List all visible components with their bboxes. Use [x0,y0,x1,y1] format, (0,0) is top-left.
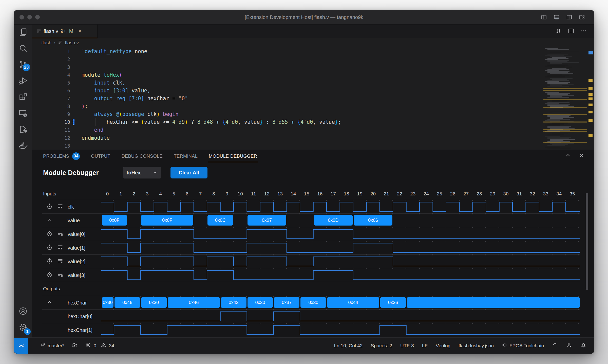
signal-wave [101,323,580,337]
minimize-window-button[interactable] [27,15,32,19]
code-editor[interactable]: 1`default_nettype none234module toHex(5 … [32,47,594,150]
code-line: 2 [32,55,594,63]
timeline-tick: 5 [173,191,175,197]
accounts-button[interactable] [14,304,32,320]
minimap-highlight [543,131,587,132]
tab-close-icon[interactable]: × [78,28,81,34]
set-values-icon[interactable] [57,271,63,279]
toggle-panel-icon[interactable] [554,14,560,20]
waveform-header: Inputs0123456789101112131415161718192021… [42,188,580,200]
stopwatch-icon[interactable] [46,271,53,279]
indent-guide [83,79,83,87]
warning-icon [101,342,106,349]
panel-tab-debug-console[interactable]: DEBUG CONSOLE [122,150,163,163]
indentation-status[interactable]: Spaces: 2 [371,343,392,349]
stopwatch-icon[interactable] [46,203,53,210]
problems-status[interactable]: 0 34 [85,342,114,349]
sidebar-item-source-control[interactable]: 23 [14,57,32,73]
sidebar-item-extensions[interactable] [14,89,32,106]
module-select[interactable]: toHex [123,167,161,178]
encoding-status[interactable]: UTF-8 [400,343,414,349]
sidebar-item-lushay-tools[interactable] [14,122,32,138]
panel-tab-module-debugger[interactable]: MODULE DEBUGGER [209,150,257,163]
breadcrumb-file[interactable]: flash.v [65,40,79,46]
branch-icon [40,342,46,349]
code-line: 13 [32,142,594,150]
code-text: always @(posedge clk) begin [82,111,179,117]
set-values-icon[interactable] [57,230,63,238]
sidebar-item-search[interactable] [14,41,32,57]
fpga-toolchain[interactable]: FPGA Toolchain [502,342,544,349]
collapse-chevron-icon[interactable] [46,217,53,224]
maximize-panel-icon[interactable] [565,152,571,160]
indent-guide [83,126,83,134]
stopwatch-icon[interactable] [46,230,53,238]
code-line: 1`default_nettype none [32,47,594,55]
module-debugger-title: Module Debugger [43,169,99,177]
code-text: endmodule [82,135,110,141]
bus-value-segment: 0x43 [221,297,246,308]
stopwatch-icon[interactable] [46,244,53,251]
notifications-bell-icon[interactable] [580,342,586,349]
clear-all-button[interactable]: Clear All [170,167,207,178]
feedback-icon[interactable] [566,342,572,349]
status-bar: >< master* 0 34 Ln 10, Col 42 Space [14,337,594,354]
vscode-window: [Extension Development Host] flash.v — t… [14,10,594,354]
cursor-position[interactable]: Ln 10, Col 42 [334,343,363,349]
language-mode[interactable]: Verilog [436,343,450,349]
sidebar-item-remote-explorer[interactable] [14,106,32,122]
tab-flash-v[interactable]: flash.v 9+, M × [32,25,98,38]
set-values-icon[interactable] [57,203,63,210]
timeline-tick: 15 [304,191,309,197]
editor-tab-bar: flash.v 9+, M × [32,25,594,38]
close-panel-icon[interactable] [578,152,585,160]
line-number: 11 [32,127,70,133]
remote-indicator[interactable]: >< [14,338,28,354]
branch-status[interactable]: master* [40,342,64,349]
toggle-secondary-sidebar-icon[interactable] [566,14,572,20]
line-number: 10 [32,119,70,125]
sidebar-item-docker[interactable] [14,138,32,154]
timeline-tick: 9 [226,191,229,197]
panel-tab-problems[interactable]: PROBLEMS34 [43,150,80,163]
publish-changes-button[interactable] [72,342,78,349]
more-actions-icon[interactable] [580,28,587,35]
close-window-button[interactable] [20,15,24,19]
eol-status[interactable]: LF [422,343,428,349]
line-number: 12 [32,135,70,141]
branch-name: master* [48,343,64,349]
customize-layout-icon[interactable] [579,14,585,20]
panel-tab-terminal[interactable]: TERMINAL [174,150,198,163]
timeline-tick: 24 [424,191,429,197]
cloud-upload-icon [72,342,78,349]
set-values-icon[interactable] [57,244,63,251]
toggle-primary-sidebar-icon[interactable] [541,14,547,20]
timeline-tick: 3 [146,191,149,197]
breadcrumb-folder[interactable]: flash [41,40,51,46]
line-number: 1 [32,49,70,54]
bus-value-segment: 0x30 [300,297,326,308]
sidebar-item-explorer[interactable] [14,25,32,41]
signal-wave: 0x300x460x300x460x430x300x370x300x440x36 [101,296,580,309]
minimap[interactable] [543,47,594,150]
code-line: 3 [32,63,594,71]
signal-wave [101,227,580,241]
stopwatch-icon[interactable] [46,258,53,265]
panel-scrollbar[interactable] [586,193,588,290]
collapse-chevron-icon[interactable] [46,299,53,306]
overview-ruler-mark [588,111,593,113]
minimap-highlight [543,114,587,115]
signal-wave [101,310,580,323]
panel-tab-output[interactable]: OUTPUT [91,150,110,163]
settings-button[interactable]: 1 [14,320,32,336]
indent-guide [96,118,96,126]
line-number: 6 [32,88,70,93]
zoom-window-button[interactable] [35,15,40,19]
set-values-icon[interactable] [57,258,63,265]
sidebar-item-run-debug[interactable] [14,73,32,89]
timeline-tick: 17 [331,191,336,197]
split-editor-icon[interactable] [568,28,574,35]
lushay-config[interactable]: flash.lushay.json [459,343,494,349]
open-changes-icon[interactable] [555,28,562,35]
source-control-badge: 23 [23,64,30,71]
